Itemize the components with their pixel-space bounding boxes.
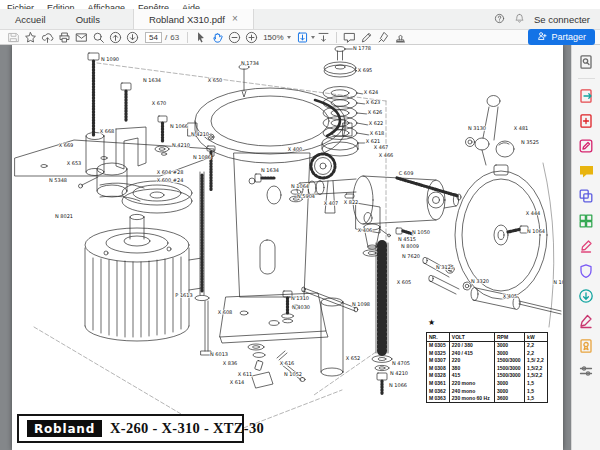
search-tool-icon[interactable]	[578, 53, 595, 70]
edit-pdf-icon[interactable]	[578, 137, 595, 154]
part-label: N 1066	[170, 123, 188, 129]
toolbar-divider	[336, 32, 337, 43]
menu-item-affichage[interactable]: Affichage	[88, 3, 125, 9]
zoom-control[interactable]: 150%	[263, 33, 290, 42]
fill-sign-icon[interactable]	[578, 237, 595, 254]
table-cell: 220 / 380	[449, 341, 494, 349]
part-label: N 7620	[402, 253, 420, 259]
table-cell: 3000	[494, 387, 524, 395]
upload-cloud-icon[interactable]	[39, 30, 56, 44]
part-label: N 1052	[284, 371, 302, 377]
part-label: N 1050	[412, 229, 430, 235]
part-label: X 405	[503, 293, 518, 299]
combine-files-icon[interactable]	[578, 187, 595, 204]
part-label: X 400	[288, 146, 303, 152]
tab-document-label: Robland X310.pdf	[149, 14, 225, 25]
table-cell: 1500/3000	[494, 357, 524, 365]
page-down-icon[interactable]	[124, 30, 141, 44]
part-label: X 622	[369, 120, 384, 126]
create-pdf-icon[interactable]	[578, 112, 595, 129]
tab-accueil[interactable]: Accueil	[0, 9, 61, 29]
page-number-input[interactable]: 54	[145, 32, 162, 43]
table-cell: 220	[449, 357, 494, 365]
part-label: N 8009	[401, 243, 419, 249]
table-row: M 0361220 mono30001,5	[427, 380, 548, 388]
star-icon[interactable]	[22, 30, 39, 44]
menu-item-edition[interactable]: Edition	[47, 3, 75, 9]
sign-in-link[interactable]: Se connecter	[534, 14, 590, 25]
table-cell: 415	[449, 372, 494, 380]
table-row: M 03083801500/30001,5/2,2	[427, 364, 548, 372]
part-label: N 4030	[292, 304, 310, 310]
part-label: N 5348	[49, 177, 67, 183]
menu-item-fenêtre[interactable]: Fenêtre	[138, 3, 169, 9]
part-label: X 600 #24	[157, 177, 184, 183]
part-label: X 668	[100, 128, 115, 134]
table-cell: M 0328	[427, 372, 450, 380]
tab-document[interactable]: Robland X310.pdf ×	[133, 9, 254, 29]
part-label: N 1098	[352, 301, 370, 307]
document-pane[interactable]: N 1090N 1634X 670X 668N 1066N 4210X 669X…	[0, 45, 571, 450]
spec-col-header: RPM	[494, 333, 524, 342]
menu-item-fichier[interactable]: Fichier	[7, 3, 34, 9]
spec-col-header: kW	[525, 333, 548, 342]
select-tool-icon[interactable]	[192, 30, 209, 44]
export-pdf-icon[interactable]	[578, 87, 595, 104]
part-label: P 1613	[175, 292, 192, 298]
part-label: N 1734	[241, 60, 259, 66]
organize-pages-icon[interactable]	[578, 212, 595, 229]
zoom-in-icon[interactable]	[243, 30, 260, 44]
part-label: N 1090	[101, 56, 119, 62]
stamp-icon[interactable]	[392, 30, 409, 44]
table-row: M 0305220 / 38030002,2	[427, 341, 548, 349]
part-label: X 444	[526, 210, 541, 216]
share-button[interactable]: Partager	[528, 29, 595, 45]
spec-col-header: VOLT	[449, 333, 494, 342]
tab-outils[interactable]: Outils	[61, 9, 115, 29]
table-cell: M 0305	[427, 341, 450, 349]
part-label: N 1066	[389, 382, 407, 388]
fit-width-icon[interactable]	[315, 30, 332, 44]
part-label: N 5904	[297, 193, 315, 199]
sign-icon[interactable]	[375, 30, 392, 44]
e-sign-icon[interactable]	[578, 312, 595, 329]
more-tools-icon[interactable]	[578, 362, 595, 379]
draw-icon[interactable]	[358, 30, 375, 44]
part-label: X 669	[59, 142, 74, 148]
comment-icon[interactable]	[341, 30, 358, 44]
help-icon[interactable]	[494, 10, 505, 28]
table-cell: 1,5	[525, 387, 548, 395]
part-label: X 653	[67, 160, 82, 166]
table-cell: 3000	[494, 349, 524, 357]
comment-tool-icon[interactable]	[578, 162, 595, 179]
part-label: N 1778	[353, 45, 371, 51]
menu-item-aide[interactable]: Aide	[182, 3, 200, 9]
part-label: N 1634	[143, 77, 161, 83]
email-icon[interactable]	[73, 30, 90, 44]
table-cell: 220 mono	[449, 380, 494, 388]
hand-tool-icon[interactable]	[209, 30, 226, 44]
print-icon[interactable]	[56, 30, 73, 44]
bell-icon[interactable]	[514, 10, 525, 28]
part-label: N 3125	[436, 264, 454, 270]
table-cell: 1,5/ 2,2	[525, 357, 548, 365]
table-marker: ★	[428, 318, 435, 327]
part-label: X 466	[379, 152, 394, 158]
protect-pdf-icon[interactable]	[578, 262, 595, 279]
certificates-icon[interactable]	[578, 337, 595, 354]
close-tab-icon[interactable]: ×	[232, 14, 238, 24]
table-cell: M 0325	[427, 349, 450, 357]
motor-spec-table: NR.VOLTRPMkWM 0305220 / 38030002,2M 0325…	[426, 332, 548, 403]
acrobat-window: FichierEditionAffichageFenêtreAide Accue…	[0, 0, 600, 450]
save-icon[interactable]	[5, 30, 22, 44]
part-label: N 10	[553, 279, 563, 285]
page-display-icon[interactable]	[294, 30, 311, 44]
table-cell: 1,5/2,2	[525, 364, 548, 372]
page-up-icon[interactable]	[107, 30, 124, 44]
part-label: N 1064	[291, 183, 309, 189]
find-icon[interactable]	[90, 30, 107, 44]
table-row: M 03072201500/30001,5/ 2,2	[427, 357, 548, 365]
compress-pdf-icon[interactable]	[578, 287, 595, 304]
part-label: X 604 #28	[157, 169, 184, 175]
zoom-out-icon[interactable]	[226, 30, 243, 44]
